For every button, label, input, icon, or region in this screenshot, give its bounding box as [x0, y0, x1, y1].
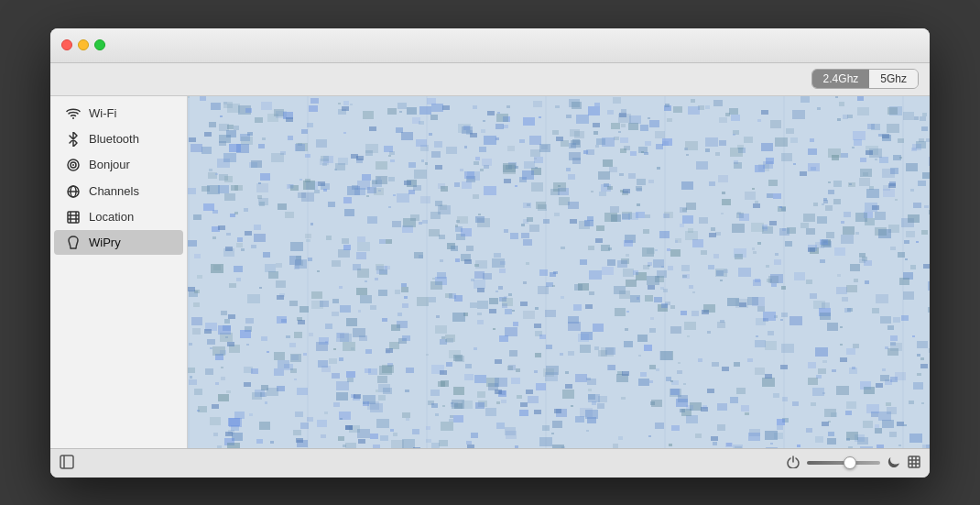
grid-icon[interactable]	[908, 456, 920, 471]
sidebar-label-channels: Channels	[89, 184, 139, 198]
sidebar-toggle-icon[interactable]	[60, 455, 74, 472]
titlebar	[50, 28, 930, 63]
sidebar-item-channels[interactable]: Channels	[54, 178, 183, 203]
statusbar	[50, 448, 930, 478]
sidebar-label-wipry: WiPry	[89, 236, 121, 249]
freq-2-4ghz-button[interactable]: 2.4Ghz	[812, 70, 870, 88]
sidebar-item-location[interactable]: Location	[54, 204, 183, 229]
freq-5ghz-button[interactable]: 5Ghz	[869, 70, 918, 88]
sidebar-label-wifi: Wi-Fi	[89, 106, 116, 120]
main-window: 2.4Ghz 5Ghz Wi-Fi	[50, 28, 930, 478]
statusbar-left	[60, 455, 74, 472]
wipry-icon	[65, 235, 82, 250]
frequency-selector: 2.4Ghz 5Ghz	[811, 69, 919, 89]
sidebar-item-wipry[interactable]: WiPry	[54, 230, 183, 255]
svg-rect-15	[909, 456, 920, 467]
toolbar: 2.4Ghz 5Ghz	[50, 63, 930, 96]
moon-icon[interactable]	[887, 456, 900, 471]
statusbar-right	[787, 456, 920, 471]
sidebar-label-location: Location	[89, 210, 134, 224]
svg-rect-13	[60, 456, 73, 468]
power-icon[interactable]	[787, 456, 800, 471]
bluetooth-icon	[65, 131, 82, 147]
main-content	[188, 96, 930, 448]
close-button[interactable]	[61, 39, 72, 50]
svg-point-0	[72, 117, 74, 119]
svg-point-3	[72, 164, 74, 166]
channels-icon	[65, 182, 82, 198]
wifi-icon	[65, 105, 82, 121]
sidebar-item-bonjour[interactable]: Bonjour	[54, 152, 183, 177]
maximize-button[interactable]	[94, 39, 105, 50]
brightness-slider[interactable]	[807, 461, 880, 465]
sidebar-label-bluetooth: Bluetooth	[89, 132, 139, 146]
content-area: Wi-Fi Bluetooth Bonjou	[50, 96, 930, 448]
minimize-button[interactable]	[78, 39, 89, 50]
brightness-control	[807, 461, 880, 465]
sidebar: Wi-Fi Bluetooth Bonjou	[50, 96, 188, 448]
traffic-lights	[50, 39, 105, 50]
bonjour-icon	[65, 157, 82, 172]
svg-rect-7	[68, 212, 79, 223]
heatmap-canvas	[188, 96, 930, 448]
location-icon	[65, 209, 82, 225]
sidebar-item-bluetooth[interactable]: Bluetooth	[54, 126, 183, 151]
sidebar-item-wifi[interactable]: Wi-Fi	[54, 101, 183, 126]
sidebar-label-bonjour: Bonjour	[89, 158, 130, 171]
